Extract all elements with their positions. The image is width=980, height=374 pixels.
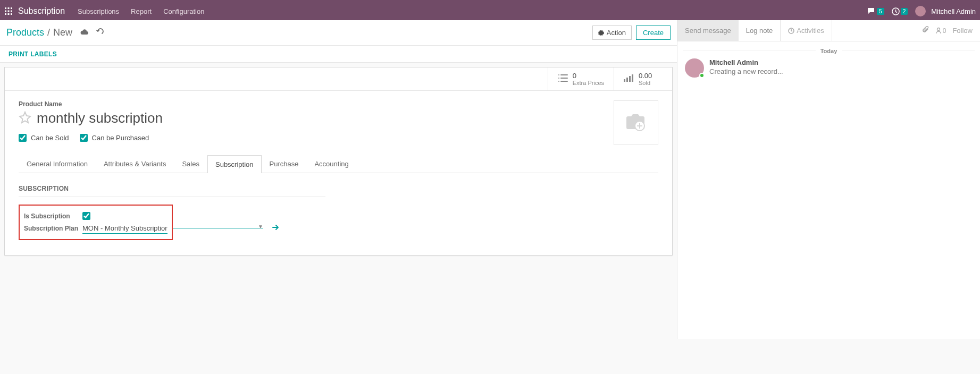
stat-extra-prices-label: Extra Prices xyxy=(573,80,604,86)
tab-accounting[interactable]: Accounting xyxy=(306,155,356,173)
tab-attributes-variants[interactable]: Attributes & Variants xyxy=(96,155,174,173)
svg-rect-11 xyxy=(626,78,628,82)
activities-icon[interactable]: 2 xyxy=(892,7,908,15)
stat-sold[interactable]: 0.00 Sold xyxy=(614,67,672,90)
followers[interactable]: 0 xyxy=(935,27,947,35)
svg-rect-13 xyxy=(632,74,633,82)
can-be-purchased-checkbox[interactable]: Can be Purchased xyxy=(80,134,149,142)
svg-rect-2 xyxy=(11,7,12,9)
brand[interactable]: Subscription xyxy=(18,6,65,16)
svg-rect-1 xyxy=(8,7,10,9)
is-subscription-checkbox[interactable] xyxy=(82,212,90,220)
svg-rect-6 xyxy=(5,13,6,15)
print-labels-button[interactable]: PRINT LABELS xyxy=(9,50,57,58)
create-button[interactable]: Create xyxy=(636,26,671,40)
stat-extra-prices[interactable]: 0 Extra Prices xyxy=(548,67,614,90)
can-be-sold-checkbox[interactable]: Can be Sold xyxy=(19,134,69,142)
action-button[interactable]: Action xyxy=(592,26,632,40)
stat-sold-label: Sold xyxy=(639,80,652,86)
message-author: Mitchell Admin xyxy=(709,58,783,66)
activities-button[interactable]: Activities xyxy=(780,20,832,41)
apps-icon[interactable] xyxy=(4,7,13,15)
external-link-icon[interactable] xyxy=(272,224,279,232)
clock-icon xyxy=(788,28,794,34)
messaging-icon[interactable]: 5 xyxy=(867,7,884,15)
is-subscription-label: Is Subscription xyxy=(24,212,82,220)
message-avatar xyxy=(685,58,704,78)
gear-icon xyxy=(598,30,605,36)
subscription-plan-input[interactable] xyxy=(82,223,167,234)
tab-sales[interactable]: Sales xyxy=(174,155,207,173)
chatter-message: Mitchell Admin Creating a new record... xyxy=(677,58,980,78)
nav-subscriptions[interactable]: Subscriptions xyxy=(78,7,119,15)
online-status-icon xyxy=(699,73,705,78)
message-body: Creating a new record... xyxy=(709,67,783,75)
attachment-icon[interactable] xyxy=(922,26,929,35)
subscription-section-title: SUBSCRIPTION xyxy=(19,185,658,192)
send-message-button[interactable]: Send message xyxy=(677,20,739,41)
person-icon xyxy=(935,27,942,34)
camera-plus-icon xyxy=(624,112,648,133)
activities-badge: 2 xyxy=(901,8,908,15)
top-navbar: Subscription Subscriptions Report Config… xyxy=(0,2,980,20)
breadcrumb-root[interactable]: Products xyxy=(6,27,44,38)
stat-sold-value: 0.00 xyxy=(639,72,652,80)
tabs: General Information Attributes & Variant… xyxy=(19,155,658,173)
nav-configuration[interactable]: Configuration xyxy=(163,7,204,15)
toolbar: PRINT LABELS xyxy=(0,46,677,63)
tab-purchase[interactable]: Purchase xyxy=(262,155,307,173)
svg-rect-12 xyxy=(629,76,631,82)
discard-icon[interactable] xyxy=(96,27,104,38)
product-image-upload[interactable] xyxy=(614,100,658,145)
breadcrumb-sep: / xyxy=(47,27,50,38)
chatter-date-divider: Today xyxy=(677,41,980,58)
dropdown-caret-icon[interactable]: ▼ xyxy=(258,224,263,230)
svg-point-17 xyxy=(937,28,940,31)
svg-rect-4 xyxy=(8,11,10,12)
user-name: Mitchell Admin xyxy=(931,7,976,15)
avatar-icon xyxy=(915,6,926,16)
product-name-input[interactable]: monthly subscription xyxy=(37,110,163,126)
svg-rect-5 xyxy=(11,11,12,12)
log-note-button[interactable]: Log note xyxy=(739,20,781,41)
svg-rect-7 xyxy=(8,13,10,15)
subscription-highlight-box: Is Subscription Subscription Plan xyxy=(19,205,173,240)
svg-rect-3 xyxy=(5,11,6,12)
chatter: Send message Log note Activities 0 Follo… xyxy=(677,20,980,339)
svg-rect-8 xyxy=(11,13,12,15)
tab-general-information[interactable]: General Information xyxy=(19,155,96,173)
product-name-label: Product Name xyxy=(19,100,163,108)
bars-icon xyxy=(624,74,634,84)
svg-rect-0 xyxy=(5,7,6,9)
follow-button[interactable]: Follow xyxy=(952,27,973,35)
svg-rect-10 xyxy=(624,79,625,82)
tab-subscription[interactable]: Subscription xyxy=(207,155,262,173)
breadcrumb: Products / New xyxy=(6,27,104,38)
form-sheet: 0 Extra Prices 0.00 Sold xyxy=(4,67,673,256)
messaging-badge: 5 xyxy=(877,8,884,15)
stat-extra-prices-value: 0 xyxy=(573,72,604,80)
nav-report[interactable]: Report xyxy=(131,7,152,15)
favorite-star-icon[interactable] xyxy=(19,111,31,125)
subscription-plan-label: Subscription Plan xyxy=(24,225,82,232)
control-panel: Products / New Action Create xyxy=(0,20,677,46)
section-divider xyxy=(19,197,325,197)
cloud-save-icon[interactable] xyxy=(80,27,89,38)
user-menu[interactable]: Mitchell Admin xyxy=(915,6,976,16)
list-icon xyxy=(558,74,568,84)
breadcrumb-current: New xyxy=(53,27,72,38)
